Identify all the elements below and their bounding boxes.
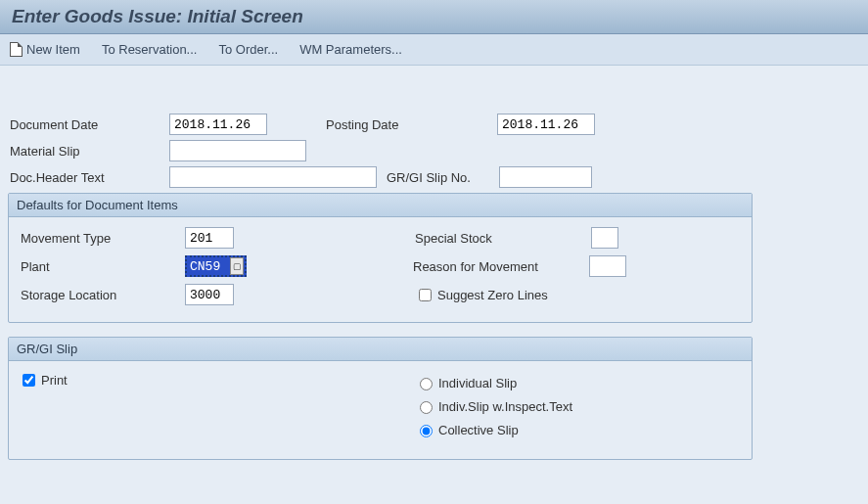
- new-item-button[interactable]: New Item: [10, 42, 80, 57]
- plant-label: Plant: [19, 259, 185, 274]
- search-help-icon: ▢: [233, 262, 242, 271]
- wm-parameters-label: WM Parameters...: [299, 42, 402, 57]
- posting-date-input[interactable]: [497, 114, 595, 135]
- document-date-input[interactable]: [169, 114, 267, 135]
- suggest-zero-label: Suggest Zero Lines: [437, 288, 548, 302]
- print-label: Print: [41, 373, 68, 388]
- material-slip-label: Material Slip: [8, 144, 169, 159]
- movement-type-input[interactable]: [185, 227, 234, 249]
- suggest-zero-wrap[interactable]: Suggest Zero Lines: [415, 286, 548, 304]
- storage-location-input[interactable]: [185, 284, 234, 305]
- title-bar: Enter Goods Issue: Initial Screen: [0, 0, 868, 34]
- wm-parameters-button[interactable]: WM Parameters...: [299, 42, 402, 57]
- to-order-button[interactable]: To Order...: [218, 42, 278, 57]
- movement-type-label: Movement Type: [19, 231, 185, 246]
- special-stock-input[interactable]: [591, 227, 618, 249]
- plant-search-help-button[interactable]: ▢: [230, 257, 244, 275]
- to-reservation-button[interactable]: To Reservation...: [102, 42, 198, 57]
- print-checkbox[interactable]: [23, 374, 35, 387]
- radio-individual-label: Individual Slip: [438, 376, 517, 390]
- radio-indiv-inspect[interactable]: [420, 401, 433, 414]
- radio-collective[interactable]: [420, 425, 433, 437]
- defaults-group: Defaults for Document Items Movement Typ…: [8, 193, 753, 323]
- radio-individual-wrap[interactable]: Individual Slip: [415, 375, 517, 390]
- gr-gi-slip-no-label: GR/GI Slip No.: [387, 170, 499, 185]
- radio-indiv-inspect-wrap[interactable]: Indiv.Slip w.Inspect.Text: [415, 398, 572, 414]
- new-item-label: New Item: [26, 42, 80, 57]
- toolbar: New Item To Reservation... To Order... W…: [0, 34, 868, 66]
- reason-label: Reason for Movement: [413, 259, 589, 274]
- material-slip-input[interactable]: [169, 140, 306, 161]
- slip-group-title: GR/GI Slip: [9, 338, 752, 361]
- document-date-label: Document Date: [8, 117, 169, 132]
- radio-collective-label: Collective Slip: [438, 423, 519, 437]
- radio-collective-wrap[interactable]: Collective Slip: [415, 422, 519, 437]
- to-order-label: To Order...: [218, 42, 278, 57]
- page-title: Enter Goods Issue: Initial Screen: [12, 6, 303, 26]
- radio-individual[interactable]: [420, 378, 433, 390]
- slip-group: GR/GI Slip Print Individual Slip: [8, 337, 753, 460]
- defaults-group-title: Defaults for Document Items: [9, 194, 752, 217]
- gr-gi-slip-no-input[interactable]: [499, 166, 592, 188]
- plant-input[interactable]: [188, 257, 229, 275]
- doc-header-text-label: Doc.Header Text: [8, 170, 169, 185]
- special-stock-label: Special Stock: [415, 231, 591, 246]
- reason-input[interactable]: [589, 255, 626, 277]
- plant-input-wrap: ▢: [185, 255, 247, 277]
- posting-date-label: Posting Date: [326, 117, 497, 132]
- storage-location-label: Storage Location: [19, 288, 185, 302]
- suggest-zero-checkbox[interactable]: [419, 289, 432, 301]
- doc-header-text-input[interactable]: [169, 166, 377, 188]
- to-reservation-label: To Reservation...: [102, 42, 198, 57]
- radio-indiv-inspect-label: Indiv.Slip w.Inspect.Text: [438, 399, 572, 414]
- document-icon: [10, 42, 23, 57]
- print-wrap[interactable]: Print: [19, 371, 68, 389]
- content-area: Document Date Posting Date Material Slip…: [0, 66, 868, 468]
